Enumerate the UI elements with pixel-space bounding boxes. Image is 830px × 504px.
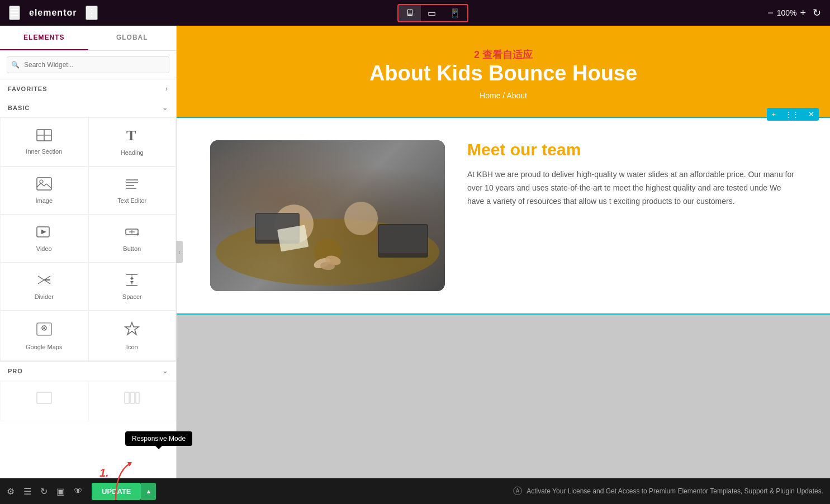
svg-marker-26	[130, 281, 134, 283]
search-input[interactable]	[7, 56, 169, 73]
svg-rect-27	[37, 323, 51, 335]
widget-video[interactable]: Video	[0, 215, 88, 263]
spacer-icon	[124, 273, 140, 289]
update-button[interactable]: UPDATE	[92, 483, 141, 500]
icon-widget-label: Icon	[126, 344, 138, 350]
svg-line-21	[44, 280, 50, 284]
svg-rect-42	[379, 225, 427, 253]
undo-button[interactable]: ↻	[813, 7, 821, 19]
svg-marker-30	[125, 322, 139, 335]
svg-marker-16	[137, 233, 139, 236]
google-maps-icon	[36, 321, 52, 339]
svg-marker-25	[130, 277, 134, 279]
left-panel: ELEMENTS GLOBAL 🔍 FAVORITES › BASIC ⌄	[0, 26, 177, 478]
svg-text:T: T	[126, 128, 136, 142]
google-maps-label: Google Maps	[26, 344, 62, 350]
divider-icon	[36, 273, 52, 289]
svg-rect-5	[37, 178, 51, 190]
panel-tabs: ELEMENTS GLOBAL	[0, 26, 176, 51]
hero-breadcrumb: Home / About	[188, 91, 819, 100]
heading-icon: T	[125, 128, 139, 145]
widget-google-maps[interactable]: Google Maps	[0, 311, 88, 361]
heading-label: Heading	[121, 149, 144, 156]
team-image	[210, 140, 445, 291]
content-inner: Meet our team At KBH we are proud to del…	[177, 118, 830, 313]
team-image-placeholder	[210, 140, 445, 291]
tooltip-arrow	[155, 446, 162, 449]
tab-elements[interactable]: ELEMENTS	[0, 26, 88, 50]
svg-rect-33	[130, 392, 135, 403]
image-label: Image	[35, 197, 53, 204]
pro-label: PRO	[8, 368, 23, 374]
settings-icon[interactable]: ⚙	[7, 486, 15, 497]
update-dropdown-button[interactable]: ▲	[141, 483, 156, 500]
mobile-device-button[interactable]: 📱	[443, 5, 467, 21]
zoom-out-button[interactable]: −	[767, 7, 774, 19]
widget-spacer[interactable]: Spacer	[88, 263, 177, 311]
widget-text-editor[interactable]: Text Editor	[88, 167, 177, 215]
tooltip-text: Responsive Mode	[132, 435, 186, 443]
widget-icon[interactable]: Icon	[88, 311, 177, 361]
pro-chevron-icon: ⌄	[162, 367, 168, 375]
widget-button[interactable]: Button	[88, 215, 177, 263]
bottom-center: Ⓐ Activate Your License and Get Access t…	[513, 486, 823, 497]
content-section: + ⋮⋮ ✕	[177, 117, 830, 315]
button-label: Button	[123, 245, 141, 252]
video-label: Video	[36, 245, 52, 252]
search-bar: 🔍	[0, 51, 176, 79]
tablet-device-button[interactable]: ▭	[421, 5, 443, 21]
eye-icon[interactable]: 👁	[74, 486, 83, 496]
grid-button[interactable]: ⋮	[86, 6, 98, 20]
license-message: Activate Your License and Get Access to …	[527, 487, 823, 495]
svg-line-18	[38, 280, 44, 284]
desktop-device-button[interactable]: 🖥	[399, 5, 421, 21]
device-buttons: 🖥 ▭ 📱	[397, 4, 468, 22]
top-bar-left: ☰ elementor ⋮	[9, 6, 98, 20]
pro-widget-1-icon	[36, 392, 52, 406]
text-editor-label: Text Editor	[117, 197, 146, 204]
basic-label: BASIC	[8, 104, 30, 111]
widget-inner-section[interactable]: Inner Section	[0, 117, 88, 167]
move-section-button[interactable]: ⋮⋮	[780, 108, 804, 121]
tab-global[interactable]: GLOBAL	[88, 26, 177, 50]
basic-section-header[interactable]: BASIC ⌄	[0, 98, 176, 117]
content-text: Meet our team At KBH we are proud to del…	[467, 140, 796, 208]
svg-rect-31	[37, 392, 51, 403]
bottom-left: ⚙ ☰ ↻ ▣ 👁 UPDATE ▲	[7, 483, 156, 500]
svg-line-20	[44, 276, 50, 280]
video-icon	[36, 225, 52, 241]
section-toolbar: + ⋮⋮ ✕	[767, 108, 819, 121]
content-paragraph: At KBH we are proud to deliver high-qual…	[467, 168, 796, 208]
add-element-button[interactable]: +	[767, 108, 780, 121]
hero-title: About Kids Bounce House	[188, 61, 819, 85]
layers-icon[interactable]: ☰	[23, 486, 31, 497]
elementor-e-icon: Ⓐ	[513, 486, 522, 497]
history-icon[interactable]: ↻	[40, 486, 48, 497]
zoom-in-button[interactable]: +	[800, 7, 806, 19]
svg-point-37	[344, 202, 378, 235]
svg-line-17	[38, 276, 44, 280]
favorites-section-header[interactable]: FAVORITES ›	[0, 79, 176, 98]
top-bar: ☰ elementor ⋮ 🖥 ▭ 📱 − 100% + ↻	[0, 0, 830, 26]
navigator-icon[interactable]: ▣	[56, 486, 65, 497]
svg-marker-12	[41, 230, 46, 234]
pro-section-header[interactable]: PRO ⌄	[0, 361, 176, 381]
svg-rect-34	[136, 392, 139, 403]
update-group: UPDATE ▲	[92, 483, 156, 500]
divider-label: Divider	[35, 293, 54, 300]
zoom-controls: − 100% +	[767, 7, 806, 19]
svg-rect-46	[277, 225, 309, 251]
svg-point-6	[40, 180, 43, 183]
icon-widget-icon	[124, 321, 140, 339]
zoom-level: 100%	[777, 8, 797, 17]
responsive-mode-tooltip: Responsive Mode	[125, 431, 192, 446]
widget-heading[interactable]: T Heading	[88, 117, 177, 167]
favorites-chevron-icon: ›	[165, 85, 168, 93]
delete-section-button[interactable]: ✕	[804, 108, 819, 121]
panel-collapse-handle[interactable]: ‹	[176, 241, 183, 263]
widget-divider[interactable]: Divider	[0, 263, 88, 311]
widget-image[interactable]: Image	[0, 167, 88, 215]
canvas-area: 2 查看自适应 About Kids Bounce House Home / A…	[177, 26, 830, 478]
inner-section-label: Inner Section	[26, 148, 62, 155]
hamburger-button[interactable]: ☰	[9, 6, 20, 20]
